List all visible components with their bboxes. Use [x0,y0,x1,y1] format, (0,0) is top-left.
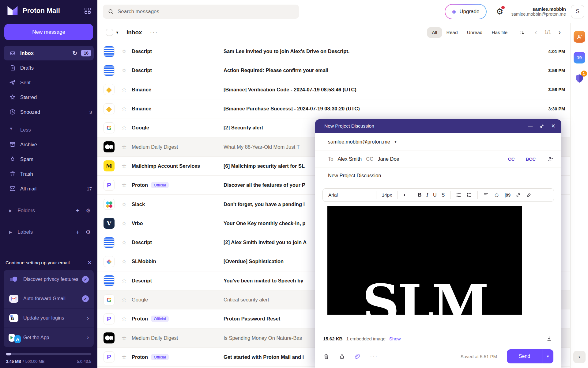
star-icon[interactable]: ☆ [121,220,127,227]
sidebar-item-spam[interactable]: Spam [0,152,97,167]
star-icon[interactable]: ☆ [121,239,127,246]
sort-icon[interactable] [519,29,525,36]
toolbar-more-icon[interactable]: ··· [540,190,552,200]
sidebar-item-starred[interactable]: Starred [0,90,97,105]
emoji-icon[interactable]: ☺ [491,190,502,200]
add-label-button[interactable]: + [76,228,80,236]
filter-has-file[interactable]: Has file [487,27,512,38]
attach-file-icon[interactable] [354,353,361,360]
email-row[interactable]: ◆ ☆ Binance [Binance] Verification Code … [97,80,570,99]
filter-read[interactable]: Read [442,27,462,38]
select-dropdown-icon[interactable]: ▼ [115,30,119,35]
email-row[interactable]: ☆ Descript Action Required: Please confi… [97,61,570,80]
labels-settings-icon[interactable]: ⚙ [86,229,91,236]
sidebar-item-trash[interactable]: Trash [0,167,97,181]
compose-body[interactable]: SLM [315,202,561,332]
numbered-list-icon[interactable] [464,190,474,200]
email-row[interactable]: ☆ Descript Sam Lee invited you to join A… [97,42,570,61]
star-icon[interactable]: ☆ [121,105,127,112]
cc-button[interactable]: CC [508,156,515,162]
sidebar-item-less[interactable]: ▼ Less [0,122,97,137]
email-row[interactable]: ◆ ☆ Binance [Binance Purchase Success] -… [97,99,570,118]
app-switcher-icon[interactable] [84,7,91,14]
star-icon[interactable]: ☆ [121,182,127,189]
star-icon[interactable]: ☆ [121,163,127,170]
minimize-icon[interactable]: — [528,123,533,129]
settings-gear-icon[interactable]: ⚙ [496,7,503,17]
new-message-button[interactable]: New message [4,24,93,40]
filter-all[interactable]: All [427,27,442,38]
upgrade-button[interactable]: ◈ Upgrade [445,4,487,19]
bold-button[interactable]: B [415,190,424,200]
star-icon[interactable]: ☆ [121,315,127,322]
italic-button[interactable]: I [424,190,431,200]
star-icon[interactable]: ☆ [121,277,127,284]
filter-unread[interactable]: Unread [462,27,487,38]
search-input[interactable] [118,9,294,15]
download-icon[interactable] [546,335,552,342]
delete-draft-icon[interactable] [323,353,330,360]
contacts-icon[interactable] [574,31,585,43]
sidebar-item-drafts[interactable]: Drafts [0,60,97,75]
sidebar-item-inbox[interactable]: Inbox ↻ 16 [4,46,94,60]
star-icon[interactable]: ☆ [121,144,127,151]
star-icon[interactable]: ☆ [121,354,127,361]
star-icon[interactable]: ☆ [121,335,127,342]
search-box[interactable] [103,5,299,19]
select-all-checkbox[interactable] [106,29,113,36]
avatar[interactable]: S [571,5,584,18]
send-button[interactable]: Send ▼ [507,349,553,363]
bullet-list-icon[interactable] [454,190,464,200]
close-icon[interactable]: × [551,123,555,129]
recipients-field[interactable]: To Alex Smith CC Jane Doe CC BCC [315,151,561,167]
labels-section[interactable]: ▶ Labels + ⚙ [0,225,97,240]
strikethrough-button[interactable]: S [439,190,447,200]
add-contact-icon[interactable] [547,156,553,162]
pass-shield-icon[interactable]: 1 [574,73,585,84]
sidebar-item-all-mail[interactable]: All mail 17 [0,181,97,196]
from-field[interactable]: samlee.mobbin@proton.me ▼ [315,133,561,151]
insert-link-icon[interactable] [513,190,523,200]
underline-button[interactable]: U [431,190,439,200]
compose-header[interactable]: New Project Discussion — × [315,119,561,133]
prev-page-icon[interactable]: ‹ [530,29,541,36]
clear-formatting-icon[interactable] [523,190,534,200]
next-page-icon[interactable]: › [554,29,565,36]
expiration-lock-icon[interactable] [339,353,345,360]
storage-progressbar[interactable] [6,353,91,355]
show-attachments-link[interactable]: Show [389,336,401,341]
send-options-icon[interactable]: ▼ [542,355,553,358]
sidebar-item-sent[interactable]: Sent [0,75,97,90]
setup-item-privacy[interactable]: Discover privacy features ✓ [4,270,94,289]
list-more-icon[interactable]: ··· [150,29,158,36]
sidebar-item-snoozed[interactable]: Snoozed 3 [0,105,97,119]
bcc-button[interactable]: BCC [526,156,536,162]
calendar-icon[interactable]: 19 [574,52,585,63]
text-color-icon[interactable]: ◐ [401,190,409,200]
account-info[interactable]: samlee.mobbin samlee.mobbin@proton.me [511,6,566,17]
star-icon[interactable]: ☆ [121,124,127,131]
compose-more-icon[interactable]: ··· [370,353,378,360]
font-size-select[interactable]: 14px [379,190,395,200]
folders-section[interactable]: ▶ Folders + ⚙ [0,203,97,218]
star-icon[interactable]: ☆ [121,67,127,74]
quote-icon[interactable]: |99 [502,191,513,199]
embedded-image[interactable]: SLM [327,206,522,315]
cc-recipient[interactable]: Jane Doe [378,156,399,162]
star-icon[interactable]: ☆ [121,201,127,208]
collapse-strip-button[interactable]: › [573,351,586,363]
align-icon[interactable] [481,190,491,200]
sidebar-item-archive[interactable]: Archive [0,137,97,152]
font-select[interactable]: Arial [328,192,373,198]
expand-icon[interactable] [539,124,545,129]
close-icon[interactable]: ✕ [87,259,92,266]
setup-item-get-app[interactable]: A Get the App › [4,328,94,347]
to-recipient[interactable]: Alex Smith [337,156,362,162]
setup-item-logins[interactable]: a▦ Update your logins › [4,309,94,328]
add-folder-button[interactable]: + [76,207,80,214]
star-icon[interactable]: ☆ [121,258,127,265]
refresh-icon[interactable]: ↻ [73,50,77,57]
setup-item-gmail[interactable]: Auto-forward Gmail ✓ [4,289,94,309]
star-icon[interactable]: ☆ [121,48,127,55]
subject-field[interactable]: New Project Discussion [315,167,561,184]
